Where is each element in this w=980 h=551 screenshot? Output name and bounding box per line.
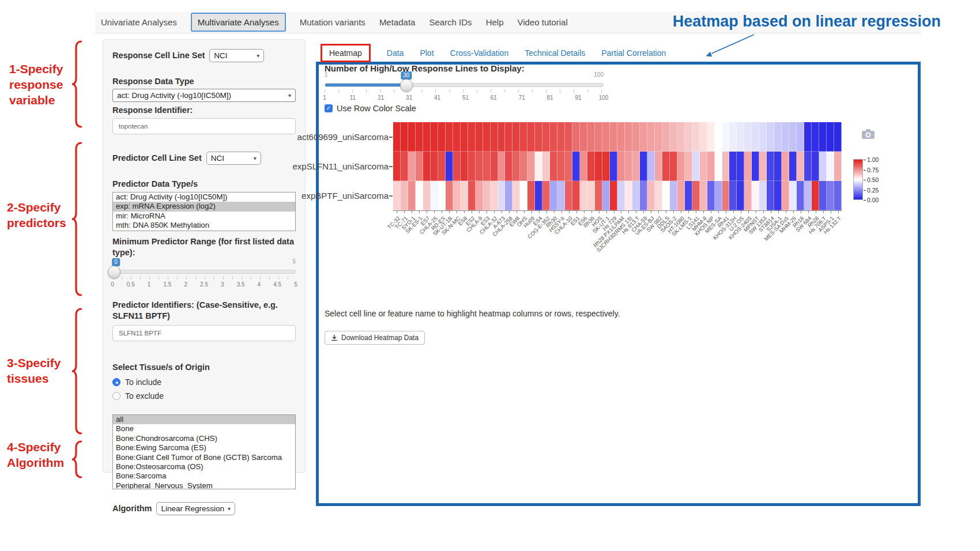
chevron-down-icon: ▾ (228, 505, 231, 512)
slider-max-label: 100 (594, 71, 604, 78)
heatmap-cell (587, 122, 595, 152)
predictor-data-type-option-mth-dna-850k-methylation[interactable]: mth: DNA 850K Methylation (113, 221, 295, 230)
colorbar-tick-label: 0.00 (867, 197, 879, 203)
tissue-option-bone-ewing-sarcoma-es[interactable]: Bone:Ewing Sarcoma (ES) (113, 443, 295, 452)
heatmap-cell (662, 181, 670, 210)
heatmap-cell (393, 122, 401, 152)
tissue-option-bone-sarcoma[interactable]: Bone:Sarcoma (113, 471, 295, 481)
x-axis-tick (771, 211, 771, 213)
heatmap-cell (401, 122, 408, 152)
heatmap-cell (393, 152, 401, 181)
nav-tab-metadata[interactable]: Metadata (379, 17, 416, 27)
download-heatmap-data-button[interactable]: Download Heatmap Data (325, 331, 425, 345)
heatmap-cell (625, 122, 632, 152)
heatmap-cell (535, 122, 542, 152)
x-axis-tick (763, 211, 764, 213)
x-axis-tick (434, 211, 435, 213)
heatmap-cell (505, 122, 512, 152)
heatmap-cell (819, 181, 827, 210)
nav-tab-video-tutorial[interactable]: Video tutorial (517, 17, 567, 27)
heatmap-cell (685, 122, 692, 152)
heatmap-cell (707, 152, 715, 181)
slider-track[interactable] (112, 270, 296, 274)
tissue-option-bone-chondrosarcoma-chs[interactable]: Bone:Chondrosarcoma (CHS) (113, 434, 295, 443)
tissue-include-radio[interactable]: To include (112, 378, 296, 387)
heatmap-row-label-expbptf-unisarcoma[interactable]: expBPTF_uniSarcoma (273, 191, 389, 201)
x-axis-tick (628, 211, 629, 213)
x-axis-tick (793, 211, 794, 213)
tissue-option-bone-giant-cell-tumor-of-bone-gctb-sarcoma[interactable]: Bone:Giant Cell Tumor of Bone (GCTB) Sar… (113, 453, 295, 462)
heatmap-cell (565, 181, 572, 210)
slider-max-label: 5 (292, 258, 296, 265)
result-tab-heatmap[interactable]: Heatmap (321, 44, 371, 62)
result-tab-cross-validation[interactable]: Cross-Validation (450, 48, 509, 58)
tissue-exclude-radio[interactable]: To exclude (112, 391, 296, 401)
nav-tab-univariate-analyses[interactable]: Univariate Analyses (101, 17, 177, 27)
heatmap-cell (692, 152, 700, 181)
heatmap-cell (423, 181, 431, 210)
predictor-cell-line-set-select[interactable]: NCI ▾ (206, 152, 261, 165)
radio-selected-icon[interactable] (112, 378, 120, 386)
predictor-identifiers-input[interactable] (112, 325, 296, 341)
heatmap-cell (476, 181, 483, 210)
annotation-step-4: 4-SpecifyAlgorithm (7, 439, 64, 470)
heatmap-cell (827, 152, 834, 181)
annotation-step-2: 2-Specifypredictors (7, 199, 66, 231)
heatmap-cell (542, 181, 550, 210)
nav-tab-mutation-variants[interactable]: Mutation variants (300, 17, 365, 27)
heatmap-cell (468, 181, 476, 210)
heatmap-cell (401, 181, 408, 210)
heatmap-cell (752, 152, 759, 181)
x-axis-tick (449, 211, 450, 213)
tissue-option-bone-osteosarcoma-os[interactable]: Bone:Osteosarcoma (OS) (113, 462, 295, 471)
nav-tab-help[interactable]: Help (486, 17, 504, 27)
predictor-data-type-list[interactable]: act: Drug Activity (-log10[IC50M])exp: m… (112, 192, 296, 231)
annotation-step-1: 1-Specifyresponsevariable (9, 61, 63, 108)
response-data-type-select[interactable]: act: Drug Activity (-log10[IC50M]) ▾ (112, 89, 296, 102)
heatmap-row-label-expslfn11-unisarcoma[interactable]: expSLFN11_uniSarcoma (273, 161, 389, 171)
result-tab-plot[interactable]: Plot (420, 48, 434, 58)
camera-icon[interactable] (861, 128, 875, 139)
heatmap-cell (744, 181, 752, 210)
checkbox-checked-icon[interactable]: ✓ (325, 104, 333, 112)
slider-value-badge: 0 (112, 258, 120, 266)
slider-tick-label: 4 (258, 281, 261, 288)
heatmap-cell (715, 122, 722, 152)
heatmap-cell (512, 152, 520, 181)
predictor-data-type-option-act-drug-activity-log10-ic50m[interactable]: act: Drug Activity (-log10[IC50M]) (113, 193, 295, 202)
chevron-down-icon: ▾ (254, 155, 257, 161)
heatmap-cell (595, 152, 602, 181)
annotation-heading: Heatmap based on linear regression (616, 13, 941, 31)
tissue-option-peripheral-nervous-system[interactable]: Peripheral_Nervous_System (113, 481, 295, 489)
result-tab-partial-correlation[interactable]: Partial Correlation (601, 48, 666, 58)
response-identifier-input[interactable] (112, 118, 296, 134)
min-predictor-range-label: Minimum Predictor Range (for first liste… (112, 236, 296, 258)
slider-tick-label: 4.5 (273, 281, 281, 288)
heatmap-x-labels: TC-32TC-71SYO-1SK-ES-1ES7CHLA-25RD-ESSK-… (393, 211, 842, 276)
tissue-option-bone[interactable]: Bone (113, 424, 295, 433)
result-tab-technical-details[interactable]: Technical Details (525, 48, 585, 58)
red-brace-1 (71, 40, 82, 128)
predictor-data-type-option-exp-mrna-expression-log2[interactable]: exp: mRNA Expression (log2) (113, 202, 295, 211)
heatmap-cell (677, 152, 685, 181)
heatmap-cell (834, 181, 842, 210)
response-cell-line-set-select[interactable]: NCI ▾ (209, 49, 264, 62)
tissue-list[interactable]: allBoneBone:Chondrosarcoma (CHS)Bone:Ewi… (112, 414, 296, 489)
heatmap-cell (408, 122, 416, 152)
min-predictor-range-slider[interactable]: 0 5 00.511.522.533.544.55 (112, 258, 296, 292)
x-axis-tick (546, 211, 547, 213)
predictor-data-type-option-mir-microrna[interactable]: mir: MicroRNA (113, 212, 295, 221)
heatmap-row-label-act609699-unisarcoma[interactable]: act609699_uniSarcoma (273, 132, 389, 142)
tissue-option-all[interactable]: all (113, 415, 295, 424)
nav-tab-multivariate-analyses[interactable]: Multivariate Analyses (191, 13, 286, 32)
slider-grid (325, 89, 604, 93)
nav-tab-search-ids[interactable]: Search IDs (429, 17, 472, 27)
lines-slider[interactable]: 1 100 30 1112131415161718191100 (325, 71, 604, 105)
result-tab-data[interactable]: Data (387, 48, 404, 58)
slider-track[interactable] (325, 83, 604, 87)
algorithm-select[interactable]: Linear Regression ▾ (156, 502, 235, 515)
radio-unselected-icon[interactable] (112, 392, 120, 400)
x-axis-tick (651, 211, 651, 213)
heatmap-cell (527, 122, 535, 152)
use-row-color-scale[interactable]: ✓ Use Row Color Scale (325, 104, 416, 113)
